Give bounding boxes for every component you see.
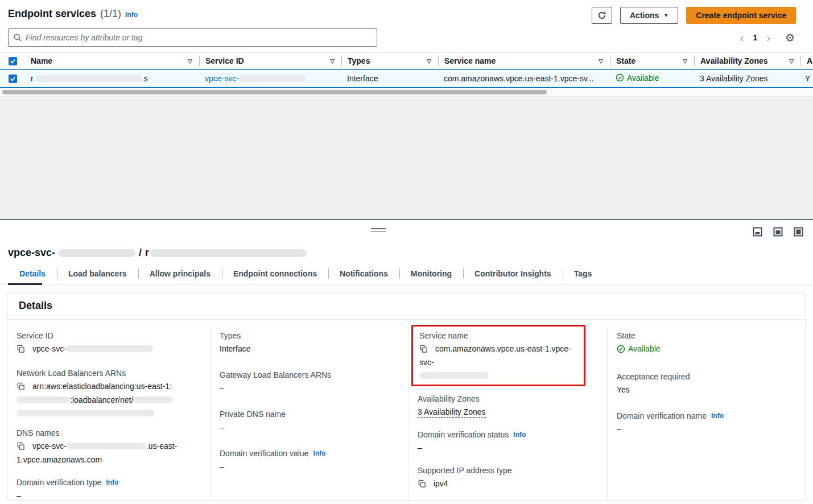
service-id-value: vpce-svc-	[32, 344, 67, 353]
dns-name-text: vpce-svc-	[32, 441, 67, 451]
field-value: –	[617, 423, 794, 435]
pagination: ‹ 1 › ⚙	[739, 32, 795, 43]
column-header-types: Types ▽	[341, 56, 438, 66]
chevron-right-icon[interactable]: ›	[765, 32, 771, 43]
details-card-body: Service ID vpce-svc- Network Load Balanc…	[7, 320, 806, 501]
details-column-1: Service ID vpce-svc- Network Load Balanc…	[7, 328, 210, 501]
panel-size-full-icon[interactable]	[794, 227, 803, 237]
field-private-dns-name: Private DNS name –	[220, 410, 397, 433]
refresh-button[interactable]	[592, 7, 612, 24]
cell-availability-zones: 3 Availability Zones	[694, 74, 800, 83]
row-checkbox[interactable]	[9, 75, 17, 83]
field-label: Domain verification value	[220, 449, 308, 458]
field-label: Acceptance required	[617, 372, 794, 381]
column-label: A	[807, 56, 812, 65]
info-link[interactable]: Info	[513, 431, 526, 439]
field-label: Supported IP address type	[418, 466, 596, 475]
tab-notifications[interactable]: Notifications	[328, 265, 399, 284]
field-label: Private DNS name	[220, 410, 397, 419]
copy-icon[interactable]	[418, 481, 428, 490]
availability-zones-popover[interactable]: 3 Availability Zones	[418, 407, 486, 418]
field-label: Domain verification type	[16, 478, 101, 487]
field-value: Yes	[617, 384, 794, 396]
panel-size-half-icon[interactable]	[773, 227, 783, 237]
service-name-highlight-box: Service name com.amazonaws.vpce.us-east-…	[411, 325, 585, 386]
filter-icon[interactable]: ▽	[788, 58, 795, 64]
panel-size-small-icon[interactable]	[753, 227, 762, 237]
cell-service-id: vpce-svc-	[199, 74, 341, 83]
tab-monitoring[interactable]: Monitoring	[399, 265, 463, 284]
caret-down-icon: ▼	[663, 13, 668, 18]
field-label: Network Load Balancers ARNs	[16, 369, 199, 378]
chevron-left-icon[interactable]: ‹	[739, 32, 745, 43]
page-number[interactable]: 1	[753, 33, 757, 42]
cell-state: Available	[610, 73, 694, 84]
redacted	[36, 75, 142, 82]
row-select-cell	[0, 75, 25, 83]
check-circle-icon	[617, 345, 625, 353]
column-header-name: Name ▽	[25, 56, 199, 66]
field-supported-ip: Supported IP address type ipv4	[418, 466, 596, 491]
field-value: –	[220, 382, 397, 394]
nlb-arn-text: arn:aws:elasticloadbalancing:us-east-1:	[32, 382, 172, 391]
create-button-label: Create endpoint service	[696, 11, 786, 20]
redacted	[67, 345, 153, 352]
redacted	[59, 249, 135, 257]
cell-service-name: com.amazonaws.vpce.us-east-1.vpce-sv...	[438, 74, 610, 83]
tab-load-balancers[interactable]: Load balancers	[57, 265, 138, 284]
page-title: Endpoint services	[8, 8, 96, 20]
filter-icon[interactable]: ▽	[329, 58, 336, 64]
create-endpoint-service-button[interactable]: Create endpoint service	[686, 7, 796, 24]
filter-icon[interactable]: ▽	[426, 58, 432, 64]
filter-icon[interactable]: ▽	[682, 58, 688, 64]
search-box[interactable]	[8, 28, 377, 47]
tab-contributor-insights[interactable]: Contributor Insights	[463, 265, 563, 284]
title-separator: /	[139, 247, 142, 259]
scrollbar-thumb[interactable]	[2, 90, 547, 94]
state-text: Available	[627, 73, 659, 82]
select-all-checkbox[interactable]	[9, 57, 17, 65]
field-value: –	[16, 490, 199, 501]
redacted	[133, 396, 173, 403]
field-label: DNS names	[16, 428, 199, 437]
tab-tags[interactable]: Tags	[563, 265, 604, 284]
copy-icon[interactable]	[16, 383, 27, 393]
field-label: Gateway Load Balancers ARNs	[220, 370, 397, 379]
field-domain-verification-status: Domain verification status Info –	[418, 430, 596, 454]
tab-details[interactable]: Details	[8, 265, 57, 284]
search-input[interactable]	[26, 33, 372, 42]
column-label: Service name	[444, 56, 496, 65]
info-link[interactable]: Info	[106, 478, 118, 486]
redacted	[16, 410, 154, 416]
horizontal-scrollbar	[0, 88, 813, 96]
filter-icon[interactable]: ▽	[597, 58, 604, 64]
filter-icon[interactable]: ▽	[187, 58, 193, 64]
tab-endpoint-connections[interactable]: Endpoint connections	[222, 265, 328, 284]
details-card: Details Service ID vpce-svc- Network Loa…	[7, 292, 806, 501]
field-service-id: Service ID vpce-svc-	[16, 331, 199, 357]
info-link[interactable]: Info	[711, 412, 724, 420]
copy-icon[interactable]	[16, 443, 27, 452]
gear-icon[interactable]: ⚙	[785, 32, 795, 43]
search-row: ‹ 1 › ⚙	[0, 27, 813, 52]
column-label: Name	[31, 56, 52, 65]
table-row[interactable]: r s vpce-svc- Interface com.amazonaws.vp…	[0, 69, 813, 88]
redacted	[419, 372, 489, 379]
check-icon	[10, 76, 16, 82]
redacted	[239, 75, 306, 82]
drag-handle[interactable]	[371, 228, 386, 232]
header-info-link[interactable]: Info	[125, 11, 138, 19]
column-label: Availability Zones	[700, 56, 768, 65]
tab-allow-principals[interactable]: Allow principals	[138, 265, 222, 284]
service-id-link[interactable]: vpce-svc-	[205, 74, 306, 83]
info-link[interactable]: Info	[313, 449, 325, 457]
field-domain-verification-value: Domain verification value Info –	[220, 449, 397, 473]
endpoint-services-list-section: Endpoint services (1/1) Info Actions ▼ C…	[0, 0, 813, 219]
availability-zones-popover[interactable]: 3 Availability Zones	[700, 74, 768, 83]
column-header-service-name: Service name ▽	[438, 56, 610, 66]
copy-icon[interactable]	[419, 346, 430, 355]
check-icon	[10, 58, 16, 64]
refresh-icon	[597, 11, 606, 20]
actions-button[interactable]: Actions ▼	[620, 7, 678, 24]
copy-icon[interactable]	[16, 346, 27, 355]
